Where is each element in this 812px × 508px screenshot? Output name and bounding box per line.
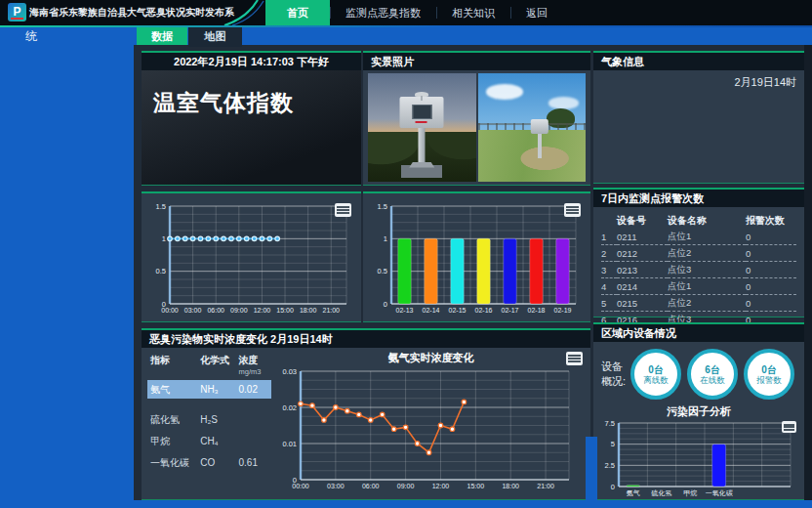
device-status-panel: 区域内设备情况 设备概况: 0台离线数6台在线数0台报警数 污染因子分析 02.… [593, 322, 804, 500]
nav-back[interactable]: 返回 [510, 0, 563, 25]
chart-menu-icon[interactable] [782, 421, 796, 433]
cloud [486, 84, 523, 100]
pollutant-cell: NH₃ [200, 384, 238, 395]
table-cell: 0211 [617, 229, 668, 245]
app-logo-icon: P [8, 3, 26, 21]
svg-text:18:00: 18:00 [502, 483, 519, 489]
svg-text:甲烷: 甲烷 [683, 489, 697, 497]
site-photo-field[interactable] [478, 73, 587, 182]
svg-text:18:00: 18:00 [300, 307, 317, 314]
svg-text:03:00: 03:00 [184, 307, 202, 314]
table-cell: 0 [746, 262, 796, 278]
header-divider [0, 25, 812, 27]
app-title: 海南省乐东黎族自治县大气恶臭状况实时发布系 [29, 0, 234, 25]
pollutant-row[interactable]: 硫化氢H₂S [147, 410, 271, 429]
nh3-chart-title: 氨气实时浓度变化 [271, 350, 590, 365]
pollutant-cell: 硫化氢 [147, 413, 200, 427]
svg-text:03:00: 03:00 [327, 483, 345, 489]
main-nav: 首页监测点恶臭指数相关知识返回 [265, 0, 563, 25]
device-screen [412, 105, 431, 119]
pollutant-cell: 一氧化碳 [147, 456, 200, 470]
table-cell: 1 [601, 229, 617, 245]
pollutant-row[interactable]: 甲烷CH₄ [147, 432, 271, 450]
pollutant-cell: H₂S [200, 414, 238, 425]
svg-text:0.02: 0.02 [282, 403, 297, 412]
alarm-col-header: 设备名称 [668, 213, 746, 229]
table-cell: 0 [746, 229, 796, 245]
table-cell: 0214 [617, 278, 668, 295]
svg-text:09:00: 09:00 [397, 483, 415, 489]
svg-text:5: 5 [611, 440, 615, 448]
pollutant-cell: CH₄ [200, 436, 238, 446]
nav-knowledge[interactable]: 相关知识 [436, 0, 510, 25]
pollutant-row[interactable]: 氨气NH₃0.02 [147, 380, 271, 399]
table-cell: 0 [746, 295, 796, 312]
table-cell: 点位2 [668, 245, 746, 262]
photos-panel-title: 实景照片 [363, 53, 590, 70]
svg-text:09:00: 09:00 [230, 307, 248, 314]
site-photo-dusk[interactable] [368, 73, 476, 182]
table-cell: 0212 [617, 245, 668, 262]
chart-menu-icon[interactable] [566, 352, 583, 365]
alarm-panel-title: 7日内监测点报警次数 [593, 190, 804, 207]
svg-text:氨气: 氨气 [627, 489, 640, 496]
clock-datetime: 2022年2月19日 14:17:03 下午好 [142, 53, 361, 70]
svg-text:硫化氢: 硫化氢 [651, 489, 672, 497]
header-swoosh-decoration [223, 0, 265, 25]
cloud [548, 97, 579, 108]
chart-menu-icon[interactable] [564, 203, 581, 217]
svg-text:02-16: 02-16 [475, 307, 493, 314]
daily-level-bar-chart: 00.511.502-1302-1402-1502-1602-1702-1802… [366, 198, 590, 323]
odor-panel-body: 指标化学式浓度mg/m3氨气NH₃0.02硫化氢H₂S甲烷CH₄一氧化碳CO0.… [142, 348, 590, 497]
pollutant-table-header: 指标化学式浓度mg/m3 [147, 352, 271, 377]
background-gap [586, 437, 597, 500]
svg-text:15:00: 15:00 [467, 483, 485, 489]
table-cell: 点位1 [668, 278, 746, 295]
device-overview-label: 设备概况: [597, 360, 630, 389]
device-stat-circle: 0台报警数 [744, 349, 794, 400]
table-cell: 2 [601, 245, 617, 262]
table-cell: 5 [601, 295, 617, 312]
svg-text:02-13: 02-13 [396, 307, 414, 314]
stat-count: 0台 [648, 364, 664, 375]
photos-panel-body [363, 70, 590, 185]
alarm-table: 设备号设备名称报警次数10211点位1020212点位2030213点位3040… [601, 213, 796, 328]
alarm-table-header: 设备号设备名称报警次数 [601, 213, 796, 229]
pollutant-table: 指标化学式浓度mg/m3氨气NH₃0.02硫化氢H₂S甲烷CH₄一氧化碳CO0.… [142, 348, 271, 497]
svg-text:02-18: 02-18 [528, 307, 546, 314]
odor-panel-title: 恶臭污染物实时浓度变化 2月19日14时 [142, 330, 590, 348]
tab-data[interactable]: 数据 [137, 27, 187, 45]
svg-text:0.5: 0.5 [378, 267, 387, 275]
factor-chart-title: 污染因子分析 [597, 404, 800, 419]
nav-odor-index[interactable]: 监测点恶臭指数 [330, 0, 436, 25]
pollutant-cell: 氨气 [147, 383, 200, 397]
svg-text:0: 0 [384, 300, 387, 309]
device-stats-row: 设备概况: 0台离线数6台在线数0台报警数 [597, 344, 800, 404]
photo-grass [478, 130, 587, 182]
svg-text:1.5: 1.5 [156, 202, 166, 211]
device-panel-body: 设备概况: 0台离线数6台在线数0台报警数 污染因子分析 02.557.5氨气硫… [593, 342, 804, 505]
pollutant-cell: CO [200, 457, 238, 468]
stat-label: 离线数 [643, 375, 669, 385]
nav-home[interactable]: 首页 [265, 0, 330, 25]
svg-text:15:00: 15:00 [276, 307, 294, 314]
svg-text:00:00: 00:00 [292, 483, 309, 489]
device-stat-circle: 6台在线数 [687, 349, 738, 400]
svg-text:00:00: 00:00 [161, 307, 179, 314]
chart-menu-icon[interactable] [335, 203, 351, 217]
tab-map[interactable]: 地图 [188, 27, 242, 47]
monitoring-device [531, 119, 548, 134]
svg-text:02-19: 02-19 [554, 307, 572, 314]
pollutant-row[interactable]: 一氧化碳CO0.61 [147, 453, 271, 472]
stat-count: 0台 [761, 364, 777, 375]
pollutant-cell: 0.02 [239, 384, 271, 395]
svg-text:1.5: 1.5 [378, 202, 387, 211]
sidebar-label: 统 [25, 27, 37, 45]
stat-label: 在线数 [700, 375, 725, 385]
table-row: 20212点位20 [601, 245, 796, 262]
svg-text:0.03: 0.03 [282, 367, 297, 376]
svg-text:02-17: 02-17 [502, 307, 519, 314]
clock-panel-body: 温室气体指数 [142, 70, 361, 185]
odor-index-line-chart: 00.511.500:0003:0006:0009:0012:0015:0018… [144, 198, 361, 323]
daily-level-chart-panel: 00.511.502-1302-1402-1502-1602-1702-1802… [363, 191, 590, 322]
